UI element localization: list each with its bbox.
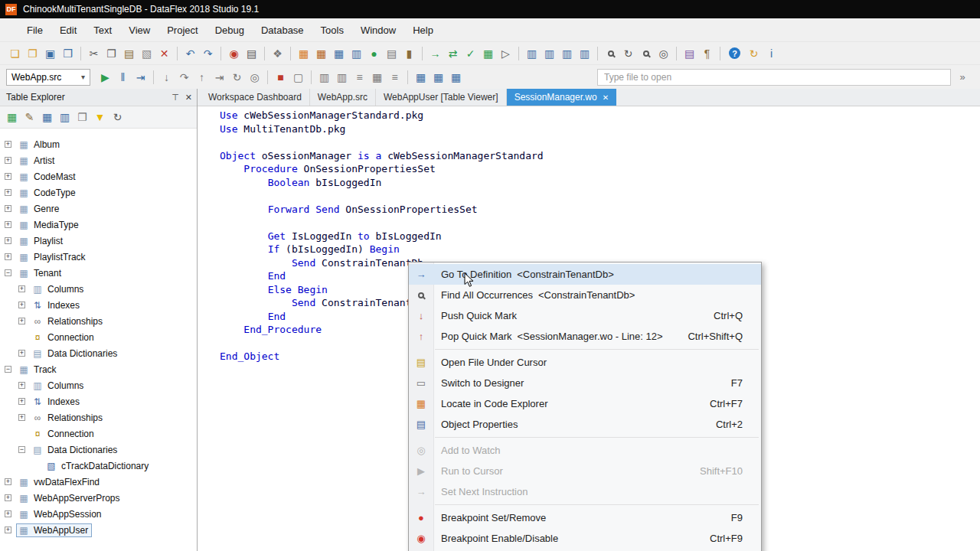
check-updates-icon[interactable]: ↻ — [745, 45, 763, 62]
tree-item-codetype[interactable]: +▦CodeType — [0, 184, 197, 201]
tree-item-relationships[interactable]: +∞Relationships — [0, 409, 197, 425]
tree-node[interactable]: ▦CodeMast — [16, 170, 80, 184]
tree-item-connection[interactable]: ¤Connection — [0, 329, 197, 345]
tree-item-webappuser[interactable]: +▦WebAppUser — [0, 522, 197, 538]
context-menu-item-breakpoint-set-remove[interactable]: ●Breakpoint Set/RemoveF9 — [409, 507, 761, 528]
tab-workspace-dashboard[interactable]: Workspace Dashboard — [201, 89, 310, 106]
menu-debug[interactable]: Debug — [207, 21, 253, 39]
menu-help[interactable]: Help — [404, 21, 442, 39]
filter-icon[interactable]: ▼ — [91, 109, 109, 126]
sql-tool-icon[interactable]: ▥ — [348, 45, 365, 62]
tree-item-connection[interactable]: ¤Connection — [0, 425, 197, 442]
format-icon[interactable]: ▧ — [138, 45, 155, 62]
tree-item-mediatype[interactable]: +▦MediaType — [0, 217, 197, 233]
save-icon[interactable]: ▣ — [41, 45, 59, 62]
tree-node[interactable]: ▦Track — [16, 363, 60, 377]
tree-item-vwdataflexfind[interactable]: +▦vwDataFlexFind — [0, 474, 197, 490]
menu-database[interactable]: Database — [253, 21, 312, 39]
close-icon[interactable]: ✕ — [185, 93, 192, 103]
expand-icon[interactable]: + — [18, 285, 25, 292]
tree-item-columns[interactable]: +▥Columns — [0, 281, 197, 297]
context-menu-item-go-to-definition[interactable]: →Go To Definition<ConstrainTenantDb> — [409, 264, 761, 285]
tree-item-playlisttrack[interactable]: +▦PlaylistTrack — [0, 249, 197, 265]
new-table-icon[interactable]: ▦ — [3, 109, 21, 126]
new-file-icon[interactable]: ❏ — [6, 45, 24, 62]
menu-window[interactable]: Window — [352, 21, 404, 39]
stop-circle-icon[interactable]: ◎ — [246, 69, 263, 86]
tree-item-codemast[interactable]: +▦CodeMast — [0, 168, 197, 184]
tree-item-data-dictionaries[interactable]: −▤Data Dictionaries — [0, 442, 197, 458]
tree-node[interactable]: ¤Connection — [30, 427, 98, 441]
layout-1-icon[interactable]: ▦ — [412, 69, 430, 86]
collapse-icon[interactable]: − — [5, 366, 11, 373]
code-line[interactable]: Get IsLoggedIn to bIsLoggedIn — [220, 230, 980, 244]
file-combo[interactable]: WebApp.src ▾ — [6, 69, 90, 86]
print-icon[interactable]: ▤ — [243, 45, 260, 62]
code-line[interactable]: Use cWebSessionManagerStandard.pkg — [220, 109, 980, 123]
tree-item-webappserverprops[interactable]: +▦WebAppServerProps — [0, 490, 197, 506]
undo-icon[interactable]: ↶ — [181, 45, 199, 62]
validate-icon[interactable]: ✓ — [462, 45, 479, 62]
run-to-cursor-icon[interactable]: ⇥ — [211, 69, 228, 86]
find-next-icon[interactable]: ↻ — [619, 45, 637, 62]
tree-node[interactable]: ∞Relationships — [30, 411, 106, 425]
code-line[interactable]: Boolean bIsLoggedIn — [220, 177, 980, 191]
context-menu-item-push-quick-mark[interactable]: ↓Push Quick MarkCtrl+Q — [409, 305, 761, 326]
tree-node[interactable]: ▦vwDataFlexFind — [16, 475, 103, 489]
code-line[interactable]: Procedure OnSessionPropertiesSet — [220, 163, 980, 177]
context-menu-item-open-file-under-cursor[interactable]: ▤Open File Under Cursor — [409, 352, 761, 373]
file-search-input[interactable] — [597, 69, 951, 86]
tree-item-album[interactable]: +▦Album — [0, 136, 197, 152]
save-all-icon[interactable]: ❒ — [59, 45, 77, 62]
expand-icon[interactable]: + — [5, 221, 11, 228]
tree-node[interactable]: ▤Data Dictionaries — [30, 443, 121, 457]
expand-icon[interactable]: + — [18, 350, 25, 357]
tree-node[interactable]: ▦PlaylistTrack — [16, 250, 90, 264]
menu-tools[interactable]: Tools — [312, 21, 352, 39]
collapse-icon[interactable]: − — [18, 446, 25, 453]
web-app-icon[interactable]: ● — [365, 45, 383, 62]
help-icon[interactable]: ? — [729, 47, 740, 59]
tree-item-ctrackdatadictionary[interactable]: ▧cTrackDataDictionary — [0, 458, 197, 474]
tree-node[interactable]: ⇅Indexes — [30, 395, 83, 409]
expand-icon[interactable]: + — [18, 302, 25, 308]
expand-icon[interactable]: + — [5, 141, 11, 148]
tree-item-genre[interactable]: +▦Genre — [0, 201, 197, 217]
edit-table-icon[interactable]: ✎ — [21, 109, 38, 126]
collapse-icon[interactable]: − — [5, 269, 11, 276]
step-over-icon[interactable]: ↷ — [175, 69, 193, 86]
pin-icon[interactable]: ⊤ — [172, 93, 179, 103]
paste-icon[interactable]: ▤ — [120, 45, 138, 62]
about-icon[interactable]: i — [763, 45, 780, 62]
expand-icon[interactable]: + — [5, 510, 11, 517]
context-menu-item-find-all-occurrences[interactable]: Find All Occurrences<ConstrainTenantDb> — [409, 285, 761, 305]
redo-icon[interactable]: ↷ — [199, 45, 217, 62]
copy-icon[interactable]: ❐ — [103, 45, 120, 62]
tab-webappuser-table-viewer[interactable]: WebAppUser [Table Viewer] — [376, 89, 507, 106]
sync-data-icon[interactable]: ⇄ — [444, 45, 462, 62]
layout-3-icon[interactable]: ▦ — [447, 69, 465, 86]
restart-icon[interactable]: ↻ — [228, 69, 246, 86]
open-workspace-icon[interactable]: ❐ — [24, 45, 41, 62]
cut-icon[interactable]: ✂ — [85, 45, 103, 62]
expand-icon[interactable]: + — [5, 189, 11, 196]
breakpoints-panel-icon[interactable]: ▦ — [368, 69, 386, 86]
pause-debugging-icon[interactable]: ‖ — [114, 69, 132, 86]
code-line[interactable]: Use MultiTenantDb.pkg — [220, 123, 980, 137]
tab-webapp-src[interactable]: WebApp.src — [310, 89, 376, 106]
tree-item-artist[interactable]: +▦Artist — [0, 152, 197, 168]
code-line[interactable]: If (bIsLoggedIn) Begin — [220, 243, 980, 257]
debug-panel-icon[interactable]: ▢ — [289, 69, 307, 86]
tab-sessionmanager-wo[interactable]: SessionManager.wo✕ — [507, 89, 616, 106]
debug-view-4-icon[interactable]: ▥ — [576, 45, 593, 62]
tree-node[interactable]: ▦Playlist — [16, 234, 67, 248]
tree-item-playlist[interactable]: +▦Playlist — [0, 233, 197, 249]
tree-node[interactable]: ∞Relationships — [30, 315, 106, 328]
tree-item-relationships[interactable]: +∞Relationships — [0, 313, 197, 329]
expand-icon[interactable]: + — [5, 527, 11, 533]
menu-file[interactable]: File — [18, 21, 51, 39]
expand-icon[interactable]: + — [5, 494, 11, 501]
code-line[interactable] — [220, 217, 980, 230]
output-panel-icon[interactable]: ≡ — [386, 69, 403, 86]
watches-panel-icon[interactable]: ▥ — [315, 69, 333, 86]
